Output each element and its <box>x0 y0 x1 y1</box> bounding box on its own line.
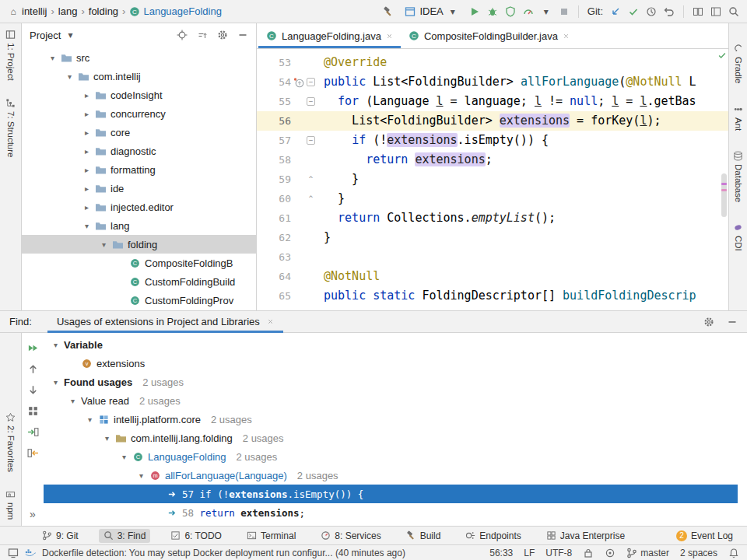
update-project-icon[interactable] <box>610 6 621 17</box>
editor-scrollbar[interactable] <box>721 173 727 217</box>
breadcrumb-item-languagefolding[interactable]: CLanguageFolding <box>129 5 221 17</box>
rerun-icon[interactable] <box>27 342 39 354</box>
tool-window-button-ant[interactable]: Ant <box>733 104 743 131</box>
tool-windows-icon[interactable] <box>8 548 19 558</box>
rollback-icon[interactable] <box>664 6 675 17</box>
code-line[interactable]: 58 return extensions; <box>257 150 728 170</box>
tree-item-concurrency[interactable]: ▸concurrency <box>22 104 256 123</box>
chevron-right-icon[interactable]: ▸ <box>82 184 91 193</box>
lock-icon[interactable] <box>583 548 594 558</box>
close-icon[interactable] <box>386 33 393 40</box>
chevron-right-icon[interactable]: ▸ <box>82 110 91 118</box>
line-number[interactable]: 56 <box>266 111 291 131</box>
find-result-row[interactable]: ▾CLanguageFolding2 usages <box>44 447 738 466</box>
next-occurrence-icon[interactable] <box>27 384 39 396</box>
tree-item-injected-editor[interactable]: ▸injected.editor <box>22 198 256 216</box>
code-line[interactable]: 63 <box>257 247 728 267</box>
tool-window-button-cdi[interactable]: CDI <box>733 222 743 251</box>
find-tab[interactable]: Usages of extensions in Project and Libr… <box>47 311 283 332</box>
code-line[interactable]: 60^ } <box>257 189 728 208</box>
project-title[interactable]: Project <box>30 30 61 41</box>
fold-collapse-icon[interactable]: − <box>307 136 315 145</box>
editor-tab-languagefolding-java[interactable]: CLanguageFolding.java <box>258 23 401 48</box>
chevron-down-icon[interactable]: ▾ <box>68 397 77 405</box>
chevron-down-icon[interactable]: ▾ <box>120 453 128 461</box>
fold-collapse-icon[interactable]: − <box>307 78 315 86</box>
editor-tab-compositefoldingbuilder-java[interactable]: CCompositeFoldingBuilder.java <box>401 23 577 48</box>
line-number[interactable]: 60 <box>266 189 291 208</box>
error-stripe[interactable] <box>718 49 728 310</box>
find-result-row[interactable]: ▾mallForLanguage(Language)2 usages <box>44 466 738 485</box>
locate-file-icon[interactable] <box>177 30 188 40</box>
chevron-right-icon[interactable]: ▸ <box>82 128 91 137</box>
line-number[interactable]: 61 <box>266 208 291 228</box>
tree-item-customfoldingprov[interactable]: CCustomFoldingProv <box>22 291 256 310</box>
tree-item-src[interactable]: ▾src <box>22 48 256 67</box>
chevron-down-icon[interactable]: ▾ <box>65 72 74 81</box>
tool-window-button-9-git[interactable]: 9: Git <box>37 529 83 543</box>
search-everywhere-icon[interactable] <box>728 6 739 17</box>
run-config-selector[interactable]: IDEA ▾ <box>401 4 461 19</box>
tool-window-button-1-project[interactable]: 1: Project <box>5 30 16 81</box>
history-icon[interactable] <box>646 6 657 17</box>
indent-widget[interactable]: 2 spaces <box>680 548 717 558</box>
tree-item-folding[interactable]: ▾folding <box>22 235 256 254</box>
code-line[interactable]: 62} <box>257 228 728 247</box>
autoscroll-to-source-icon[interactable] <box>27 426 39 438</box>
breadcrumb-item-folding[interactable]: folding <box>89 5 118 17</box>
fold-end-icon[interactable]: ^ <box>307 170 315 189</box>
tree-item-compositefoldingb[interactable]: CCompositeFoldingB <box>22 254 256 272</box>
hide-icon[interactable] <box>237 30 248 40</box>
line-number[interactable]: 57 <box>266 131 291 150</box>
commit-icon[interactable] <box>628 6 639 17</box>
inspections-ok-icon[interactable] <box>717 51 727 60</box>
chevron-right-icon[interactable]: ▸ <box>82 166 91 174</box>
tool-window-button-database[interactable]: Database <box>733 151 743 202</box>
find-result-row[interactable]: ▾Variable <box>44 335 738 354</box>
line-ending[interactable]: LF <box>524 548 535 558</box>
layout-icon[interactable] <box>710 6 721 17</box>
git-branch-widget[interactable]: master <box>626 548 669 558</box>
close-icon[interactable] <box>267 318 274 325</box>
find-result-row[interactable]: 57 if (!extensions.isEmpty()) { <box>44 485 738 503</box>
override-marker-icon[interactable] <box>293 77 304 88</box>
run-icon[interactable] <box>469 6 480 17</box>
stop-icon[interactable] <box>559 6 570 17</box>
chevron-down-icon[interactable]: ▾ <box>51 341 60 349</box>
settings-icon[interactable] <box>217 30 228 40</box>
indicator-icon[interactable] <box>605 548 615 558</box>
tree-item-formatting[interactable]: ▸formatting <box>22 160 256 179</box>
home-icon[interactable]: ⌂ <box>8 6 19 17</box>
tree-item-core[interactable]: ▸core <box>22 123 256 142</box>
settings-icon[interactable] <box>703 317 714 327</box>
tree-item-com-intellij[interactable]: ▾com.intellij <box>22 67 256 86</box>
tool-window-button-3-find[interactable]: 3: Find <box>99 529 151 543</box>
tool-window-button-build[interactable]: Build <box>402 529 446 543</box>
run-with-coverage-icon[interactable] <box>505 6 516 17</box>
line-number[interactable]: 53 <box>266 53 291 72</box>
chevron-down-icon[interactable]: ▾ <box>137 471 146 480</box>
hide-icon[interactable] <box>727 317 738 327</box>
fold-end-icon[interactable]: ^ <box>307 189 315 208</box>
tool-window-button-7-structure[interactable]: 7: Structure <box>5 98 16 157</box>
find-result-row[interactable]: ▾com.intellij.lang.folding2 usages <box>44 429 738 447</box>
chevron-down-icon[interactable]: ▾ <box>82 222 91 230</box>
collapse-all-icon[interactable] <box>197 30 208 40</box>
find-result-row[interactable]: ▾Found usages2 usages <box>44 373 738 391</box>
code-line[interactable]: 59^ } <box>257 170 728 189</box>
chevron-down-icon[interactable]: ▾ <box>100 240 108 249</box>
code-line[interactable]: 54−public List<FoldingBuilder> allForLan… <box>257 72 728 92</box>
code-line[interactable]: 61 return Collections.emptyList(); <box>257 208 728 228</box>
tree-item-ide[interactable]: ▸ide <box>22 179 256 198</box>
code-line[interactable]: 56 List<FoldingBuilder> extensions = for… <box>257 111 728 131</box>
more-icon[interactable]: » <box>27 508 39 520</box>
line-number[interactable]: 64 <box>266 267 291 286</box>
file-encoding[interactable]: UTF-8 <box>545 548 572 558</box>
tree-item-lang[interactable]: ▾lang <box>22 216 256 235</box>
tool-window-button-6-todo[interactable]: 6: TODO <box>166 529 226 543</box>
tool-window-button-npm[interactable]: npm <box>5 489 16 520</box>
chevron-right-icon[interactable]: ▸ <box>82 91 91 100</box>
status-message[interactable]: Dockerfile detection: You may setup Dock… <box>42 548 405 558</box>
chevron-down-icon[interactable]: ▾ <box>65 30 75 40</box>
close-icon[interactable] <box>563 33 570 40</box>
